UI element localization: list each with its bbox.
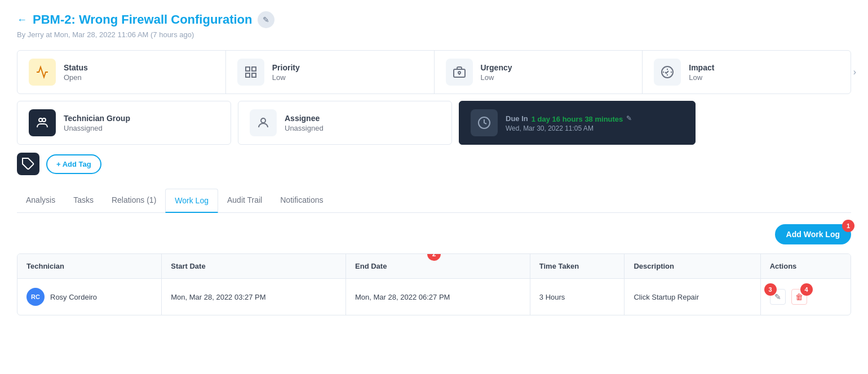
svg-rect-0 xyxy=(246,67,250,71)
cell-start-date: Mon, Mar 28, 2022 03:27 PM xyxy=(162,279,346,315)
svg-rect-1 xyxy=(252,67,256,71)
priority-label: Priority xyxy=(272,63,300,72)
impact-card[interactable]: Impact Low xyxy=(643,51,851,94)
impact-icon xyxy=(654,59,681,86)
due-time-value: 1 day 16 hours 38 minutes xyxy=(532,115,623,123)
avatar: RC xyxy=(26,288,45,306)
col-time-taken: Time Taken xyxy=(530,254,625,279)
cell-actions: 3 ✎ 🗑 4 xyxy=(760,279,851,315)
page-subtitle: By Jerry at Mon, Mar 28, 2022 11:06 AM (… xyxy=(17,30,851,39)
cell-time-taken: 3 Hours xyxy=(530,279,625,315)
assignee-value: Unassigned xyxy=(285,124,324,132)
info-row-1: Status Open Priority Low xyxy=(17,50,851,94)
priority-card[interactable]: Priority Low xyxy=(226,51,435,94)
technician-name: Rosy Cordeiro xyxy=(50,293,97,301)
assignee-icon xyxy=(250,109,277,136)
tabs-container: Analysis Tasks Relations (1) Work Log Au… xyxy=(17,189,851,213)
technician-group-icon xyxy=(29,109,56,136)
tab-audit[interactable]: Audit Trail xyxy=(218,189,271,213)
add-tag-button[interactable]: + Add Tag xyxy=(46,154,101,174)
due-date-value: Wed, Mar 30, 2022 11:05 AM xyxy=(506,124,632,132)
col-technician: Technician xyxy=(17,254,162,279)
urgency-card[interactable]: Urgency Low xyxy=(435,51,643,94)
status-icon xyxy=(29,59,56,86)
edit-action-badge: 3 xyxy=(764,283,777,296)
due-edit-icon[interactable]: ✎ xyxy=(626,114,632,122)
cell-description: Click Startup Repair xyxy=(625,279,760,315)
worklog-header: Add Work Log 1 xyxy=(17,224,851,244)
due-card[interactable]: Due In 1 day 16 hours 38 minutes ✎ Wed, … xyxy=(459,101,696,145)
technician-group-label: Technician Group xyxy=(64,114,130,123)
add-worklog-button[interactable]: Add Work Log xyxy=(775,224,851,244)
col-description: Description xyxy=(625,254,760,279)
technician-group-card[interactable]: Technician Group Unassigned xyxy=(17,101,231,145)
impact-label: Impact xyxy=(689,63,714,72)
add-worklog-badge: 1 xyxy=(842,220,854,232)
due-icon xyxy=(471,109,498,136)
due-in-label: Due In xyxy=(506,114,528,123)
worklog-table: Technician Start Date End Date Time Take… xyxy=(17,254,851,315)
chevron-right-icon: › xyxy=(853,67,856,77)
status-label: Status xyxy=(64,63,88,72)
svg-point-10 xyxy=(261,118,265,123)
svg-point-9 xyxy=(42,118,46,122)
table-row: RC Rosy Cordeiro Mon, Mar 28, 2022 03:27… xyxy=(17,279,851,315)
status-card[interactable]: Status Open xyxy=(17,51,226,94)
urgency-value: Low xyxy=(481,73,512,82)
page-title: PBM-2: Wrong Firewall Configuration xyxy=(33,12,252,27)
back-button[interactable]: ← xyxy=(17,14,27,26)
priority-value: Low xyxy=(272,73,300,82)
assignee-card[interactable]: Assignee Unassigned xyxy=(238,101,452,145)
worklog-table-container: 2 Technician Start Date End Date Time Ta… xyxy=(17,253,851,315)
tab-notifications[interactable]: Notifications xyxy=(271,189,332,213)
assignee-label: Assignee xyxy=(285,114,324,123)
tab-relations[interactable]: Relations (1) xyxy=(103,189,165,213)
edit-icon: ✎ xyxy=(263,15,269,24)
impact-value: Low xyxy=(689,73,714,82)
tab-tasks[interactable]: Tasks xyxy=(64,189,103,213)
urgency-label: Urgency xyxy=(481,63,512,72)
cell-end-date: Mon, Mar 28, 2022 06:27 PM xyxy=(346,279,530,315)
col-start-date: Start Date xyxy=(162,254,346,279)
urgency-icon xyxy=(446,59,473,86)
status-value: Open xyxy=(64,73,88,82)
delete-action-badge: 4 xyxy=(800,283,813,296)
col-actions: Actions xyxy=(760,254,851,279)
svg-rect-3 xyxy=(246,73,250,77)
tab-analysis[interactable]: Analysis xyxy=(17,189,64,213)
edit-title-button[interactable]: ✎ xyxy=(258,11,274,28)
technician-group-value: Unassigned xyxy=(64,124,130,132)
svg-rect-2 xyxy=(252,73,256,77)
cell-technician: RC Rosy Cordeiro xyxy=(17,279,162,315)
tag-icon xyxy=(17,153,39,175)
tab-worklog[interactable]: Work Log xyxy=(165,189,218,213)
svg-point-5 xyxy=(458,72,460,74)
priority-icon xyxy=(237,59,264,86)
